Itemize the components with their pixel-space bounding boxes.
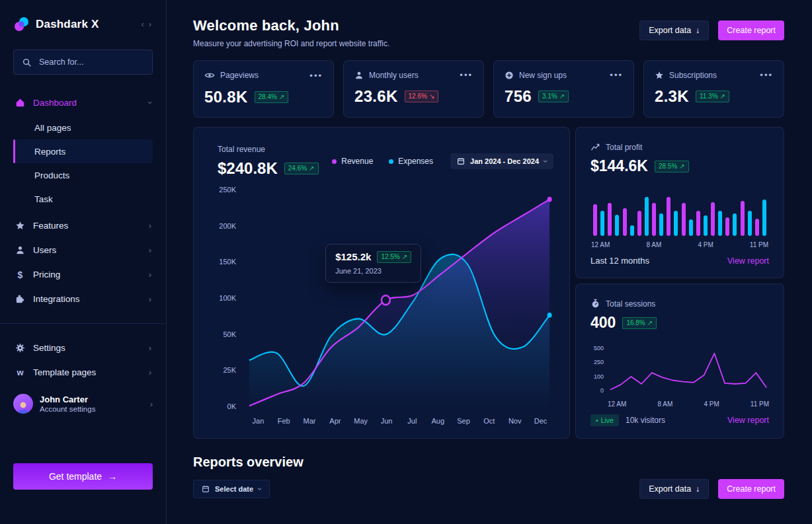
bar: [659, 213, 663, 236]
bar: [615, 215, 619, 236]
bar: [725, 217, 729, 236]
page-title: Welcome back, John: [193, 17, 389, 34]
date-range-select[interactable]: Jan 2024 - Dec 2024 ›: [450, 153, 553, 169]
bar: [674, 211, 678, 236]
section-title: Reports overview: [193, 455, 784, 470]
arrow-down-icon: ↓: [696, 484, 700, 494]
chart-line-icon: [590, 142, 600, 152]
sidebar-item-label: Integrations: [33, 294, 80, 304]
stat-value: 23.6K: [354, 87, 398, 106]
sidebar-item-reports[interactable]: Reports: [13, 139, 153, 163]
bar: [733, 213, 737, 236]
stat-card-monthly-users: Monthly users ••• 23.6K 12.6%↘: [343, 60, 484, 118]
sidebar-item-settings[interactable]: Settings ›: [13, 336, 153, 360]
profit-bar-chart[interactable]: [590, 195, 769, 236]
revenue-expenses-chart[interactable]: [245, 186, 553, 412]
export-label: Export data: [649, 484, 691, 494]
stat-label: Pageviews: [220, 71, 259, 80]
stat-value: 2.3K: [655, 87, 689, 106]
stat-card-pageviews: Pageviews ••• 50.8K 28.4%↗: [193, 60, 334, 118]
chevron-down-icon: ›: [145, 101, 155, 104]
chevron-down-icon: ›: [255, 488, 264, 490]
export-data-button[interactable]: Export data ↓: [639, 20, 709, 40]
chart-title: Total revenue: [218, 145, 319, 154]
search-box[interactable]: [13, 50, 153, 75]
panel-title: Total sessions: [606, 299, 655, 309]
home-icon: [15, 98, 26, 108]
bar: [667, 197, 670, 236]
total-sessions-card: Total sessions 400 16.8%↗ 5002501000 12 …: [575, 283, 784, 439]
select-date-dropdown[interactable]: Select date ›: [193, 480, 270, 498]
sessions-chart-area: 5002501000: [590, 344, 769, 398]
stat-label: Subscriptions: [669, 71, 717, 80]
sidebar-item-dashboard[interactable]: Dashboard ›: [13, 91, 153, 115]
stat-label: New sign ups: [519, 71, 567, 80]
sidebar-item-all-pages[interactable]: All pages: [13, 116, 153, 139]
trend-badge: 28.5%↗: [655, 161, 689, 172]
arrow-up-right-icon: ↗: [679, 163, 684, 170]
stat-card-new-sign-ups: New sign ups ••• 756 3.1%↗: [493, 60, 634, 118]
chevron-right-icon: ›: [149, 221, 151, 231]
more-menu-button[interactable]: •••: [760, 70, 773, 80]
legend-item-revenue[interactable]: Revenue: [332, 157, 373, 166]
view-report-link[interactable]: View report: [727, 256, 769, 266]
bar: [762, 200, 766, 236]
sidebar-item-integrations[interactable]: Integrations ›: [13, 287, 153, 311]
bar: [623, 208, 627, 236]
more-menu-button[interactable]: •••: [460, 70, 473, 80]
bar: [748, 211, 752, 236]
chevron-right-icon: ›: [150, 399, 153, 409]
page-subtitle: Measure your advertising ROI and report …: [193, 39, 389, 48]
create-report-label: Create report: [727, 484, 776, 494]
arrow-up-right-icon: ↗: [559, 93, 565, 100]
gear-icon: [15, 343, 26, 353]
stat-label: Monthly users: [369, 71, 419, 80]
calendar-icon: [457, 157, 465, 165]
sidebar-item-task[interactable]: Task: [13, 187, 153, 211]
revenue-chart-canvas[interactable]: JanFebMarAprMayJunJulAugSepOctNovDec $12…: [245, 186, 553, 428]
sidebar-item-features[interactable]: Features ›: [13, 213, 153, 238]
account-settings-item[interactable]: John Carter Account settings ›: [13, 394, 153, 414]
chevron-down-icon: ›: [541, 160, 550, 163]
user-icon: [15, 245, 26, 255]
export-data-button[interactable]: Export data ↓: [639, 479, 709, 499]
chevron-right-icon: ›: [149, 294, 151, 304]
legend-dot-expenses: [389, 159, 393, 164]
more-menu-button[interactable]: •••: [309, 71, 323, 81]
legend-label: Expenses: [398, 157, 433, 166]
create-report-button[interactable]: Create report: [718, 20, 784, 40]
dollar-icon: $: [15, 270, 26, 280]
legend-label: Revenue: [341, 157, 373, 166]
app-title: Dashdark X: [36, 18, 99, 31]
chevron-right-icon: ›: [149, 270, 151, 280]
total-profit-card: Total profit $144.6K 28.5%↗ 12 AM8 AM4 P…: [575, 127, 784, 278]
bar: [600, 211, 604, 236]
panel-value: $144.6K: [590, 157, 648, 175]
create-report-button[interactable]: Create report: [718, 479, 784, 499]
sessions-line-chart[interactable]: [608, 344, 769, 395]
sub-item-label: All pages: [34, 123, 71, 133]
page-header: Welcome back, John Measure your advertis…: [193, 17, 784, 48]
sidebar-item-products[interactable]: Products: [13, 163, 153, 187]
sidebar-item-pricing[interactable]: $ Pricing ›: [13, 262, 153, 287]
sidebar-item-template-pages[interactable]: w Template pages ›: [13, 360, 153, 385]
more-menu-button[interactable]: •••: [610, 70, 623, 80]
header-actions: Export data ↓ Create report: [639, 20, 784, 40]
export-label: Export data: [649, 26, 691, 35]
create-report-label: Create report: [727, 26, 776, 35]
plus-circle-icon: [505, 71, 514, 80]
footer-text: Last 12 months: [590, 256, 649, 266]
get-template-button[interactable]: Get template →: [13, 463, 153, 490]
puzzle-icon: [15, 294, 26, 304]
chevron-right-icon: ›: [149, 367, 151, 377]
search-input[interactable]: [38, 57, 144, 67]
dashboard-submenu: All pages Reports Products Task: [13, 116, 153, 211]
stat-value: 756: [505, 87, 532, 106]
sidebar-collapse-button[interactable]: ‹ ›: [142, 20, 153, 29]
sidebar-item-users[interactable]: Users ›: [13, 238, 153, 262]
legend-item-expenses[interactable]: Expenses: [389, 157, 433, 166]
view-report-link[interactable]: View report: [727, 416, 769, 425]
profile-text: John Carter Account settings: [40, 394, 95, 413]
y-axis-labels: 5002501000: [590, 344, 608, 395]
y-axis-labels: 250K200K150K100K50K25K0K: [218, 186, 245, 428]
